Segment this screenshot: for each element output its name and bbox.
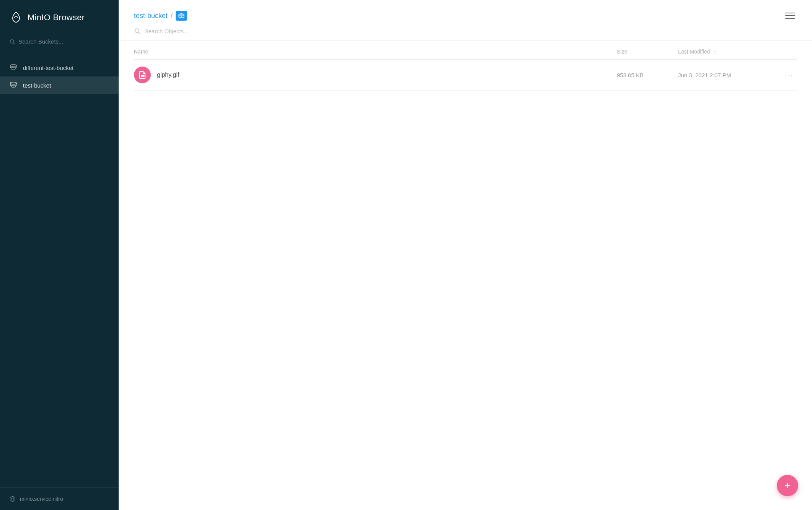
bucket-search-icon xyxy=(9,39,15,45)
bucket-icon xyxy=(9,63,18,72)
main-content: test-bucket / xyxy=(119,0,812,510)
bucket-search-input[interactable] xyxy=(18,38,109,45)
file-more-button[interactable]: ··· xyxy=(782,69,797,81)
globe-icon xyxy=(9,495,16,502)
server-url: minio.service.nitro xyxy=(20,496,63,502)
col-header-modified: Last Modified ↕ xyxy=(678,49,778,55)
menu-bar-1 xyxy=(785,13,795,13)
sidebar-item-test-bucket[interactable]: test-bucket xyxy=(0,76,119,94)
file-name-col: GIF giphy.gif xyxy=(134,67,617,83)
file-icon-wrap: GIF xyxy=(134,67,151,83)
bucket-list: different-test-bucket test-bucket xyxy=(0,56,119,487)
sidebar-item-different-test-bucket[interactable]: different-test-bucket xyxy=(0,59,119,76)
svg-text:GIF: GIF xyxy=(141,75,144,77)
bucket-icon xyxy=(9,81,18,89)
menu-bar-3 xyxy=(785,18,795,19)
file-gif-icon: GIF xyxy=(138,71,147,79)
object-search-container xyxy=(119,21,812,41)
bucket-search-container xyxy=(0,35,119,56)
main-header: test-bucket / xyxy=(119,0,812,21)
add-folder-button[interactable] xyxy=(176,11,187,21)
sort-icon[interactable]: ↕ xyxy=(714,49,716,55)
bucket-label: test-bucket xyxy=(23,82,51,89)
sidebar-logo: MinIO Browser xyxy=(0,0,119,35)
breadcrumb-separator: / xyxy=(171,12,173,20)
table-row[interactable]: GIF giphy.gif 958.05 KB Jun 3, 2021 2:07… xyxy=(134,60,797,91)
breadcrumb-bucket[interactable]: test-bucket xyxy=(134,12,168,20)
breadcrumb: test-bucket / xyxy=(134,11,187,21)
svg-point-0 xyxy=(10,39,14,43)
menu-bar-2 xyxy=(785,15,795,16)
table-header: Name Size Last Modified ↕ xyxy=(134,41,797,60)
add-folder-icon xyxy=(178,13,184,19)
sidebar-footer: minio.service.nitro xyxy=(0,487,119,510)
col-header-size: Size xyxy=(617,49,678,55)
object-search-icon xyxy=(134,28,141,34)
svg-point-9 xyxy=(135,29,139,32)
file-size: 958.05 KB xyxy=(617,72,678,78)
upload-fab[interactable]: + xyxy=(777,475,798,496)
minio-logo-icon xyxy=(9,11,23,24)
col-header-name: Name xyxy=(134,49,617,55)
file-actions-col: ··· xyxy=(778,69,797,81)
file-modified: Jun 3, 2021 2:07 PM xyxy=(678,72,778,78)
app-title: MinIO Browser xyxy=(28,13,85,23)
object-table: Name Size Last Modified ↕ GIF xyxy=(119,41,812,510)
sidebar: MinIO Browser different-test-bucket xyxy=(0,0,119,510)
file-name: giphy.gif xyxy=(157,71,179,78)
bucket-label: different-test-bucket xyxy=(23,65,73,71)
object-search-input[interactable] xyxy=(145,28,797,34)
svg-point-2 xyxy=(10,65,17,67)
svg-line-1 xyxy=(13,43,15,44)
menu-button[interactable] xyxy=(784,11,797,20)
svg-line-10 xyxy=(139,32,140,34)
svg-point-3 xyxy=(10,82,17,84)
